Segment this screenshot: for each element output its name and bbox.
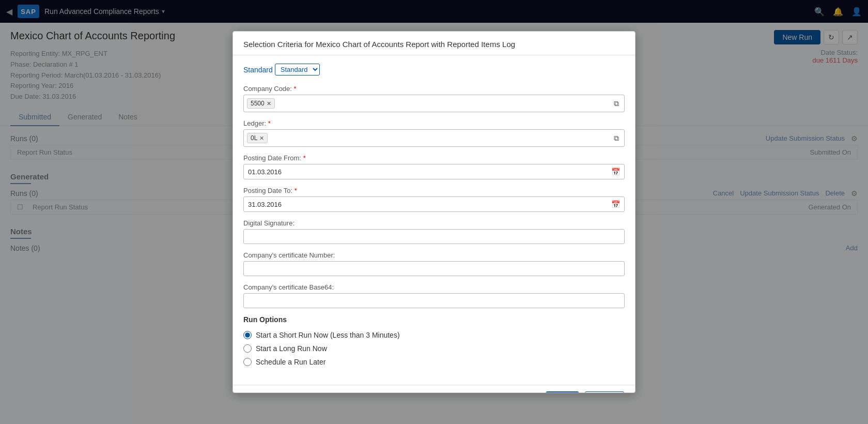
run-button[interactable]: Run xyxy=(546,391,580,393)
company-code-label: Company Code: * xyxy=(243,85,625,93)
radio-schedule-run-label: Schedule a Run Later xyxy=(256,358,326,366)
posting-date-to-label: Posting Date To: * xyxy=(243,187,625,194)
ledger-input-area[interactable]: 0L ✕ ⧉ xyxy=(243,129,625,147)
radio-long-run-input[interactable] xyxy=(243,344,252,353)
certificate-number-input[interactable] xyxy=(244,262,624,276)
variant-label: Standard xyxy=(243,66,273,74)
ledger-tag-value: 0L xyxy=(251,134,257,142)
posting-date-from-input-wrap: 📅 xyxy=(243,164,625,179)
company-code-copy-icon[interactable]: ⧉ xyxy=(611,99,622,108)
page-container: Mexico Chart of Accounts Reporting New R… xyxy=(0,23,868,424)
certificate-base64-input-wrap xyxy=(243,293,625,308)
variant-bar: Standard Standard xyxy=(243,64,625,75)
radio-short-run-label: Start a Short Run Now (Less than 3 Minut… xyxy=(256,331,400,339)
certificate-number-label: Company's certificate Number: xyxy=(243,251,625,259)
radio-short-run-input[interactable] xyxy=(243,331,252,339)
dialog: Selection Criteria for Mexico Chart of A… xyxy=(233,31,636,393)
posting-date-to-input-wrap: 📅 xyxy=(243,196,625,212)
certificate-number-input-wrap xyxy=(243,261,625,276)
ledger-tag: 0L ✕ xyxy=(247,133,268,143)
company-code-input-area[interactable]: 5500 ✕ ⧉ xyxy=(243,95,625,112)
radio-schedule-run-input[interactable] xyxy=(243,358,252,366)
company-code-tag-close[interactable]: ✕ xyxy=(267,100,271,107)
ledger-tag-close[interactable]: ✕ xyxy=(259,135,264,142)
run-options-title: Run Options xyxy=(243,315,625,324)
radio-short-run[interactable]: Start a Short Run Now (Less than 3 Minut… xyxy=(243,331,625,339)
ledger-group: Ledger: * 0L ✕ ⧉ xyxy=(243,119,625,147)
cancel-dialog-button[interactable]: Cancel xyxy=(584,391,625,393)
certificate-base64-input[interactable] xyxy=(244,294,624,308)
dialog-footer: Run Cancel xyxy=(233,385,635,393)
ledger-copy-icon[interactable]: ⧉ xyxy=(611,134,622,143)
certificate-base64-label: Company's certificate Base64: xyxy=(243,283,625,291)
dialog-title: Selection Criteria for Mexico Chart of A… xyxy=(243,40,625,49)
certificate-number-group: Company's certificate Number: xyxy=(243,251,625,276)
posting-date-to-group: Posting Date To: * 📅 xyxy=(243,187,625,212)
radio-long-run-label: Start a Long Run Now xyxy=(256,344,327,353)
digital-signature-group: Digital Signature: xyxy=(243,219,625,244)
posting-date-from-group: Posting Date From: * 📅 xyxy=(243,154,625,179)
company-code-group: Company Code: * 5500 ✕ ⧉ xyxy=(243,85,625,112)
radio-long-run[interactable]: Start a Long Run Now xyxy=(243,344,625,353)
posting-date-to-calendar-icon[interactable]: 📅 xyxy=(607,197,624,211)
company-code-tag-value: 5500 xyxy=(251,100,265,107)
posting-date-to-input[interactable] xyxy=(244,198,607,211)
posting-date-from-calendar-icon[interactable]: 📅 xyxy=(607,164,624,179)
company-code-tag: 5500 ✕ xyxy=(247,98,275,109)
variant-dropdown[interactable]: Standard xyxy=(275,64,320,75)
posting-date-from-label: Posting Date From: * xyxy=(243,154,625,162)
posting-date-from-input[interactable] xyxy=(244,165,607,179)
dialog-header: Selection Criteria for Mexico Chart of A… xyxy=(233,32,635,55)
dialog-overlay: Selection Criteria for Mexico Chart of A… xyxy=(0,23,868,424)
run-options-radio-group: Start a Short Run Now (Less than 3 Minut… xyxy=(243,331,625,366)
digital-signature-label: Digital Signature: xyxy=(243,219,625,227)
dialog-body: Standard Standard Company Code: * 5500 ✕ xyxy=(233,55,635,385)
digital-signature-input-wrap xyxy=(243,229,625,244)
ledger-label: Ledger: * xyxy=(243,119,625,127)
radio-schedule-run[interactable]: Schedule a Run Later xyxy=(243,358,625,366)
digital-signature-input[interactable] xyxy=(244,230,624,244)
certificate-base64-group: Company's certificate Base64: xyxy=(243,283,625,308)
